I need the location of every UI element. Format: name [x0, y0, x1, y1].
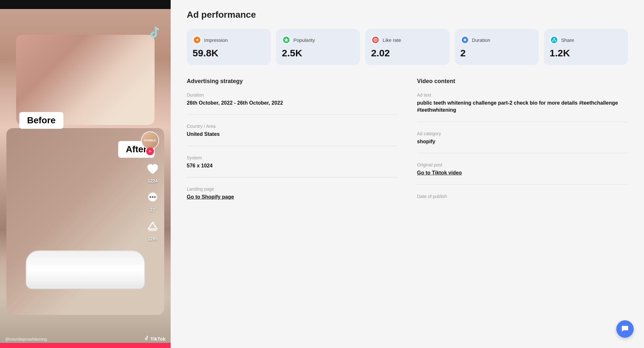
impression-label: Impression — [204, 37, 228, 43]
metric-card-impression: ★ Impression 59.8K — [187, 29, 271, 65]
duration-label: Duration — [472, 37, 490, 43]
video-teeth-top — [16, 35, 155, 125]
video-panel: Before After IVISMILE + 1224 — [0, 0, 171, 348]
metrics-row: ★ Impression 59.8K Popularity 2.5K — [187, 29, 628, 65]
impression-value: 59.8K — [193, 48, 265, 59]
share-metric-label: Share — [561, 37, 574, 43]
svg-point-14 — [551, 37, 557, 43]
field-group-landing-page: Landing page Go to Shopify page — [187, 186, 398, 208]
date-publish-label: Date of publish — [417, 194, 628, 199]
like-button[interactable]: 1224 — [144, 160, 161, 183]
svg-point-13 — [464, 39, 466, 41]
metric-header-duration: Duration — [460, 35, 533, 44]
tiktok-logo — [146, 27, 161, 42]
action-buttons: 1224 27 — [144, 160, 161, 241]
like-rate-value: 2.02 — [371, 48, 443, 59]
landing-page-field-label: Landing page — [187, 186, 398, 192]
svg-point-17 — [555, 40, 556, 42]
metric-header-popularity: Popularity — [282, 35, 354, 44]
metric-header-like-rate: Like rate — [371, 35, 443, 44]
teeth-white — [26, 250, 145, 289]
video-top-bar — [0, 0, 171, 9]
follow-button[interactable]: + — [146, 147, 154, 155]
bottom-red-bar — [0, 343, 171, 348]
ad-category-value: shopify — [417, 138, 628, 145]
duration-field-label: Duration — [187, 92, 398, 98]
ad-category-label: Ad category — [417, 131, 628, 136]
field-group-original-post: Original post Go to Tiktok video — [417, 162, 628, 184]
video-content-section: Video content Ad text public teeth white… — [417, 78, 628, 218]
field-group-duration: Duration 26th October, 2022 - 26th Octob… — [187, 92, 398, 115]
metric-card-popularity: Popularity 2.5K — [276, 29, 360, 65]
chat-fab-button[interactable] — [616, 320, 634, 338]
ad-text-value: public teeth whitening challenge part-2 … — [417, 99, 628, 114]
comment-button[interactable]: 27 — [144, 189, 161, 212]
duration-value: 2 — [460, 48, 533, 59]
field-group-system: System 576 x 1024 — [187, 155, 398, 177]
svg-point-1 — [150, 196, 151, 198]
heart-icon — [144, 160, 161, 177]
impression-icon: ★ — [193, 35, 202, 44]
duration-icon — [460, 35, 469, 44]
svg-rect-4 — [149, 228, 156, 231]
svg-point-16 — [552, 40, 554, 42]
system-field-label: System — [187, 155, 398, 160]
landing-page-link[interactable]: Go to Shopify page — [187, 193, 398, 201]
field-group-ad-text: Ad text public teeth whitening challenge… — [417, 92, 628, 122]
metric-card-share: Share 1.2K — [544, 29, 628, 65]
metric-header-share: Share — [550, 35, 622, 44]
page-title: Ad performance — [187, 10, 628, 20]
share-metric-icon — [550, 35, 559, 44]
right-panel: Ad performance ★ Impression 59.8K — [171, 0, 644, 348]
metric-card-like-rate: Like rate 2.02 — [365, 29, 449, 65]
share-button[interactable]: 1285 — [144, 218, 161, 241]
system-field-value: 576 x 1024 — [187, 162, 398, 169]
original-post-label: Original post — [417, 162, 628, 167]
country-field-value: United States — [187, 131, 398, 138]
label-before: Before — [19, 112, 63, 129]
svg-text:★: ★ — [195, 38, 199, 42]
field-group-country: Country / Area United States — [187, 124, 398, 146]
like-rate-label: Like rate — [383, 37, 401, 43]
content-sections: Advertising strategy Duration 26th Octob… — [187, 78, 628, 218]
metric-card-duration: Duration 2 — [455, 29, 539, 65]
share-count: 1285 — [147, 236, 157, 241]
comment-count: 27 — [150, 207, 155, 212]
like-count: 1224 — [147, 178, 157, 183]
duration-field-value: 26th October, 2022 - 26th October, 2022 — [187, 99, 398, 107]
advertising-strategy-section: Advertising strategy Duration 26th Octob… — [187, 78, 398, 218]
comment-icon — [144, 189, 161, 206]
svg-point-15 — [554, 38, 555, 39]
field-group-date-publish: Date of publish — [417, 194, 628, 209]
popularity-value: 2.5K — [282, 48, 354, 59]
avatar[interactable]: IVISMILE — [141, 131, 159, 149]
country-field-label: Country / Area — [187, 124, 398, 129]
video-bottom-info: @ivismileprowhitening — [5, 337, 142, 342]
video-content: Before After IVISMILE + 1224 — [0, 9, 171, 348]
svg-point-3 — [154, 196, 156, 198]
video-content-title: Video content — [417, 78, 628, 85]
like-rate-icon — [371, 35, 380, 44]
share-icon — [144, 218, 161, 235]
metric-header-impression: ★ Impression — [193, 35, 265, 44]
svg-point-10 — [375, 39, 376, 41]
username-label: @ivismileprowhitening — [5, 337, 142, 342]
tiktok-brand-label: TikTok — [143, 336, 166, 342]
advertising-strategy-title: Advertising strategy — [187, 78, 398, 85]
share-metric-value: 1.2K — [550, 48, 622, 59]
ad-text-label: Ad text — [417, 92, 628, 98]
popularity-label: Popularity — [293, 37, 315, 43]
popularity-icon — [282, 35, 291, 44]
field-group-ad-category: Ad category shopify — [417, 131, 628, 153]
svg-point-2 — [152, 196, 154, 198]
original-post-link[interactable]: Go to Tiktok video — [417, 169, 628, 176]
